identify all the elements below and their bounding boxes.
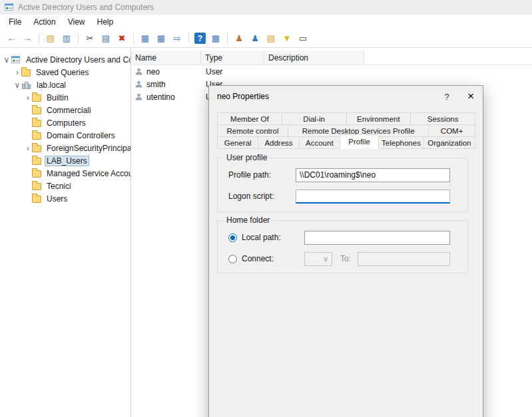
logon-script-row: Logon script:: [228, 189, 450, 204]
new-group-icon[interactable]: ♟: [248, 32, 262, 45]
show-tree-icon[interactable]: ▤: [43, 32, 58, 45]
filter-icon[interactable]: ▼: [280, 32, 294, 45]
menu-action[interactable]: Action: [27, 15, 61, 29]
groupbox-label: User profile: [224, 153, 270, 162]
export-list-icon[interactable]: ⇨: [170, 32, 184, 45]
tree-item-users[interactable]: Users: [0, 192, 131, 205]
ou-icon: [32, 183, 41, 190]
tree-item-commerciali[interactable]: Commerciali: [0, 104, 131, 116]
tree-item-managed-service-accounts[interactable]: Managed Service Accoun: [0, 167, 131, 180]
connect-row: Connect: ∨ To:: [228, 251, 450, 266]
connect-radio[interactable]: [228, 255, 237, 263]
forward-icon[interactable]: →: [20, 32, 35, 45]
logon-script-input[interactable]: [296, 190, 450, 204]
tree-item-foreign-security-principals[interactable]: › ForeignSecurityPrincipals: [0, 142, 131, 154]
chevron-right-icon[interactable]: ›: [24, 94, 32, 102]
logon-script-label: Logon script:: [228, 192, 296, 201]
tree-item-builtin[interactable]: › Builtin: [0, 91, 131, 104]
user-icon: [134, 92, 143, 101]
new-user-icon[interactable]: ♟: [232, 32, 246, 45]
user-icon: [134, 67, 143, 76]
tree-item-domain-controllers[interactable]: Domain Controllers: [0, 129, 131, 142]
cut-icon[interactable]: ✂: [83, 32, 97, 45]
grid-view-icon[interactable]: ▦: [208, 32, 223, 45]
tab-row-1: Member Of Dial-in Environment Sessions: [217, 112, 475, 125]
groupbox-label: Home folder: [224, 215, 272, 225]
row-type: User: [201, 67, 264, 76]
tab-telephones[interactable]: Telephones: [378, 136, 424, 149]
menu-view[interactable]: View: [62, 15, 91, 29]
back-icon[interactable]: ←: [4, 32, 19, 45]
menu-help[interactable]: Help: [91, 15, 120, 29]
folder-icon: [32, 196, 41, 203]
folder-icon: [32, 145, 41, 152]
home-folder-groupbox: Home folder Local path: Connect: ∨ To:: [217, 220, 468, 273]
tab-profile[interactable]: Profile: [340, 134, 379, 149]
tab-com-plus[interactable]: COM+: [428, 124, 475, 137]
new-ou-icon[interactable]: ▤: [264, 32, 278, 45]
chevron-down-icon[interactable]: ∨: [13, 81, 21, 89]
tab-row-3: General Address Account Profile Telephon…: [217, 136, 475, 149]
tree-item-label: Users: [45, 194, 69, 204]
toolbar-separator: [78, 33, 79, 44]
chevron-right-icon[interactable]: ›: [24, 144, 32, 152]
console-root-icon: [11, 55, 21, 65]
window-title: Active Directory Users and Computers: [18, 3, 154, 12]
column-header-description[interactable]: Description: [264, 51, 364, 65]
local-path-row: Local path:: [228, 230, 450, 245]
profile-path-label: Profile path:: [228, 170, 296, 180]
remote-control-icon[interactable]: ▭: [296, 32, 310, 45]
table-row[interactable]: neo User: [131, 65, 532, 78]
menu-file[interactable]: File: [3, 15, 27, 29]
connect-path-input[interactable]: [358, 252, 450, 266]
tree-item-label: Active Directory Users and Com: [24, 55, 131, 65]
profile-path-input[interactable]: [296, 168, 450, 182]
menubar: File Action View Help: [0, 15, 532, 29]
properties-window-icon[interactable]: ▥: [59, 32, 74, 45]
user-profile-groupbox: User profile Profile path: Logon script:: [217, 158, 468, 212]
tree-item-label: LAB_Users: [45, 156, 89, 166]
details-view-icon[interactable]: ▦: [154, 32, 168, 45]
folder-icon: [32, 170, 41, 178]
column-header-name[interactable]: Name: [131, 51, 201, 65]
list-view-icon[interactable]: ▦: [138, 32, 152, 45]
local-path-input[interactable]: [304, 231, 450, 245]
to-label: To:: [340, 254, 351, 263]
tree-item-root[interactable]: ∨ Active Directory Users and Com: [0, 53, 131, 66]
chevron-down-icon[interactable]: ∨: [3, 56, 11, 64]
delete-icon[interactable]: ✖: [115, 32, 129, 45]
tree-item-saved-queries[interactable]: › Saved Queries: [0, 66, 131, 78]
user-icon: [134, 80, 143, 88]
local-path-radio[interactable]: [228, 233, 237, 242]
tab-account[interactable]: Account: [299, 136, 340, 149]
folder-icon: [32, 120, 41, 127]
tree-item-tecnici[interactable]: Tecnici: [0, 180, 131, 192]
tab-address[interactable]: Address: [258, 136, 299, 149]
neo-properties-dialog: neo Properties ? × Member Of Dial-in Env…: [208, 85, 483, 417]
drive-letter-select[interactable]: ∨: [304, 252, 332, 266]
row-name: neo: [146, 67, 160, 76]
copy-icon[interactable]: ▤: [99, 32, 113, 45]
tab-sessions[interactable]: Sessions: [410, 112, 475, 125]
column-header-type[interactable]: Type: [201, 51, 264, 65]
chevron-right-icon[interactable]: ›: [13, 69, 21, 76]
toolbar-separator: [39, 33, 39, 44]
tab-remote-control[interactable]: Remote control: [217, 124, 288, 137]
tree-item-label: lab.local: [35, 80, 68, 90]
tree-item-label: Commerciali: [45, 105, 93, 116]
tab-general[interactable]: General: [217, 136, 258, 149]
tree-item-lab-users[interactable]: LAB_Users: [0, 154, 131, 167]
help-icon[interactable]: ?: [194, 33, 206, 44]
tree-item-computers[interactable]: Computers: [0, 116, 131, 129]
dialog-close-button[interactable]: ×: [459, 86, 483, 107]
dialog-help-button[interactable]: ?: [435, 86, 459, 107]
tree-item-lab-local[interactable]: ∨ lab.local: [0, 78, 131, 91]
dialog-title: neo Properties: [217, 92, 435, 101]
row-name: smith: [146, 80, 166, 89]
tree-item-label: Managed Service Accoun: [45, 168, 131, 179]
tab-environment[interactable]: Environment: [346, 112, 411, 125]
tab-dial-in[interactable]: Dial-in: [282, 112, 347, 125]
tab-organization[interactable]: Organization: [423, 136, 475, 149]
tab-member-of[interactable]: Member Of: [217, 112, 282, 125]
row-name: utentino: [146, 92, 175, 102]
